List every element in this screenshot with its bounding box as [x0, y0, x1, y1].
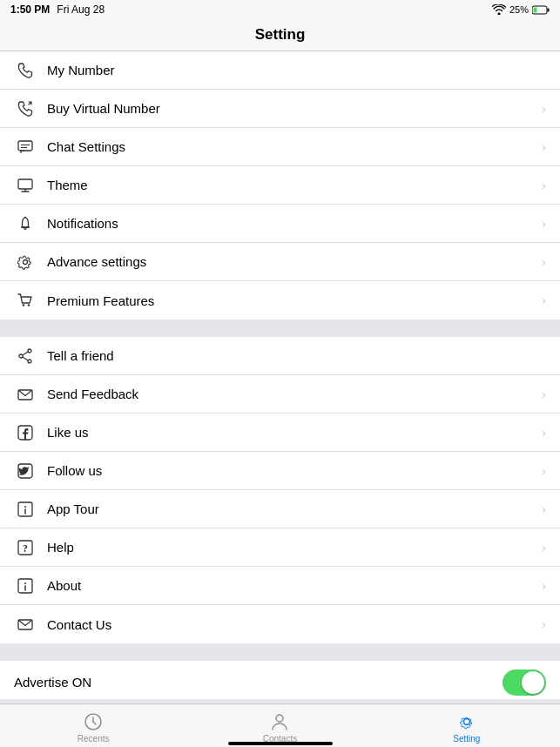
battery-icon — [532, 5, 550, 15]
info-circle-icon — [14, 575, 37, 597]
page-title: Setting — [255, 26, 306, 43]
monitor-icon — [14, 174, 37, 197]
row-theme[interactable]: Theme › — [0, 166, 560, 205]
envelope-icon — [14, 383, 37, 406]
row-like-us[interactable]: Like us › — [0, 414, 560, 452]
contact-us-label: Contact Us — [47, 617, 542, 632]
svg-point-14 — [19, 354, 23, 358]
row-send-feedback[interactable]: Send Feedback › — [0, 375, 560, 414]
svg-line-16 — [23, 352, 28, 355]
help-label: Help — [47, 540, 542, 555]
row-premium-features[interactable]: Premium Features › — [0, 281, 560, 320]
row-about[interactable]: About › — [0, 567, 560, 605]
settings-content: My Number Buy Virtual Number › — [0, 51, 560, 699]
status-time: 1:50 PM — [10, 3, 50, 16]
svg-point-27 — [24, 582, 26, 584]
svg-point-12 — [28, 304, 30, 306]
row-tell-a-friend[interactable]: Tell a friend — [0, 337, 560, 375]
settings-header: Setting — [0, 19, 560, 51]
status-right: 25% — [492, 4, 550, 15]
bell-icon — [14, 212, 37, 235]
chevron-icon: › — [542, 617, 546, 631]
row-buy-virtual-number[interactable]: Buy Virtual Number › — [0, 90, 560, 128]
svg-point-22 — [24, 506, 26, 508]
wifi-icon — [492, 4, 506, 15]
chevron-icon: › — [542, 579, 546, 593]
setting-tab-label: Setting — [453, 734, 480, 744]
section-support: Tell a friend Send Feedback › Like us › — [0, 337, 560, 643]
gear-icon — [14, 251, 37, 273]
svg-line-17 — [23, 357, 28, 360]
svg-point-33 — [276, 715, 283, 722]
row-advance-settings[interactable]: Advance settings › — [0, 243, 560, 281]
tab-bar: Recents Contacts Setting — [0, 703, 560, 747]
row-notifications[interactable]: Notifications › — [0, 205, 560, 243]
chevron-icon: › — [542, 217, 546, 231]
tab-setting[interactable]: Setting — [374, 708, 560, 744]
svg-point-10 — [24, 259, 28, 264]
my-number-label: My Number — [47, 63, 546, 77]
advertise-toggle[interactable] — [503, 670, 546, 696]
toggle-knob — [522, 671, 544, 694]
svg-point-34 — [463, 719, 469, 725]
row-contact-us[interactable]: Contact Us › — [0, 605, 560, 643]
tab-contacts[interactable]: Contacts — [186, 708, 373, 744]
chevron-icon: › — [542, 426, 546, 440]
row-help[interactable]: ? Help › — [0, 528, 560, 567]
svg-point-9 — [24, 216, 26, 218]
notifications-label: Notifications — [47, 216, 542, 231]
chevron-icon: › — [542, 464, 546, 478]
phone-call-icon — [14, 98, 37, 120]
chevron-icon: › — [542, 140, 546, 154]
chat-settings-label: Chat Settings — [47, 139, 542, 154]
svg-rect-6 — [18, 179, 32, 189]
phone-icon — [14, 59, 37, 82]
follow-us-label: Follow us — [47, 463, 542, 478]
mail-icon — [14, 613, 37, 636]
recents-tab-label: Recents — [78, 734, 110, 744]
gear-blue-icon — [456, 711, 477, 732]
status-date: Fri Aug 28 — [57, 3, 105, 16]
share-icon — [14, 345, 37, 367]
advertise-label: Advertise ON — [14, 675, 503, 690]
tell-a-friend-label: Tell a friend — [47, 348, 546, 363]
section-gap-2 — [0, 643, 560, 661]
row-follow-us[interactable]: Follow us › — [0, 452, 560, 490]
buy-virtual-number-label: Buy Virtual Number — [47, 101, 542, 116]
person-icon — [269, 711, 290, 732]
row-my-number[interactable]: My Number — [0, 51, 560, 90]
row-chat-settings[interactable]: Chat Settings › — [0, 128, 560, 166]
battery-percent: 25% — [509, 4, 529, 15]
tab-recents[interactable]: Recents — [0, 708, 186, 744]
info-box-icon — [14, 498, 37, 521]
home-indicator — [228, 742, 333, 745]
facebook-icon — [14, 421, 37, 444]
chevron-icon: › — [542, 255, 546, 269]
svg-rect-3 — [18, 141, 32, 151]
svg-line-32 — [93, 722, 96, 724]
svg-point-15 — [28, 360, 31, 363]
premium-features-label: Premium Features — [47, 293, 542, 308]
chevron-icon: › — [542, 387, 546, 401]
section-main-settings: My Number Buy Virtual Number › — [0, 51, 560, 320]
svg-rect-1 — [548, 8, 550, 11]
clock-icon — [83, 711, 104, 732]
app-tour-label: App Tour — [47, 501, 542, 516]
cart-icon — [14, 289, 37, 312]
question-icon: ? — [14, 536, 37, 559]
chevron-icon: › — [542, 102, 546, 116]
advance-settings-label: Advance settings — [47, 254, 542, 269]
svg-point-13 — [28, 349, 31, 353]
chevron-icon: › — [542, 178, 546, 192]
chat-icon — [14, 136, 37, 158]
svg-rect-2 — [534, 7, 537, 12]
about-label: About — [47, 578, 542, 593]
status-bar: 1:50 PM Fri Aug 28 25% — [0, 0, 560, 19]
svg-text:?: ? — [23, 542, 28, 555]
like-us-label: Like us — [47, 425, 542, 440]
send-feedback-label: Send Feedback — [47, 387, 542, 401]
twitter-icon — [14, 460, 37, 482]
section-gap-1 — [0, 320, 560, 337]
row-app-tour[interactable]: App Tour › — [0, 490, 560, 528]
chevron-icon: › — [542, 293, 546, 307]
